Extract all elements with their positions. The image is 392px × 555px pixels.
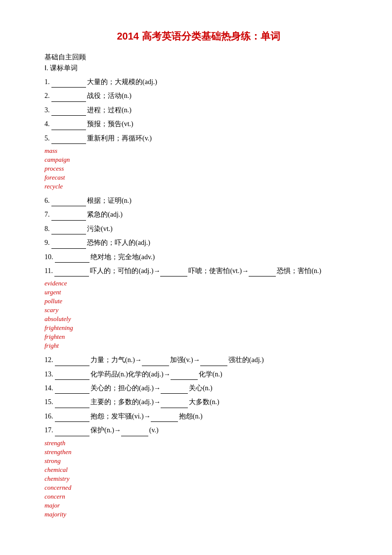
- answer-evidence: evidence: [44, 279, 352, 287]
- item-16-text: 抱怨；发牢骚(vi.)→: [90, 413, 151, 420]
- item-11-num: 11.: [44, 267, 54, 275]
- item-13-extra: 化学(n.): [199, 370, 222, 378]
- item-8-num: 8.: [44, 225, 51, 232]
- item-11-text: 吓人的；可怕的(adj.)→: [90, 267, 160, 275]
- item-2-num: 2.: [44, 92, 51, 99]
- item-15-text: 主要的；多数的(adj.)→: [90, 398, 161, 406]
- item-15-num: 15.: [44, 398, 55, 406]
- item-2-text: 战役；活动(n.): [87, 92, 131, 99]
- item-8: 8. 污染(vt.): [44, 224, 352, 234]
- answer-process: process: [44, 165, 352, 173]
- item-6-text: 根据；证明(n.): [87, 197, 131, 204]
- item-16-num: 16.: [44, 413, 55, 420]
- item-6-num: 6.: [44, 197, 51, 204]
- answer-recycle: recycle: [44, 183, 352, 190]
- answer-scary: scary: [44, 306, 352, 314]
- answer-frighten: frighten: [44, 333, 352, 341]
- item-16: 16. 抱怨；发牢骚(vi.)→抱怨(n.): [44, 411, 352, 422]
- item-4: 4. 预报；预告(vt.): [44, 119, 352, 130]
- answer-urgent: urgent: [44, 288, 352, 296]
- section-header: 基础自主回顾: [44, 53, 352, 62]
- answer-absolutely: absolutely: [44, 315, 352, 323]
- item-10: 10. 绝对地；完全地(adv.): [44, 252, 352, 263]
- item-10-text: 绝对地；完全地(adv.): [90, 253, 155, 261]
- item-14-extra: 关心(n.): [189, 384, 213, 392]
- item-9-num: 9.: [44, 239, 51, 246]
- item-7: 7. 紧急的(adj.): [44, 209, 352, 220]
- answers-group1: mass campaign process forecast recycle: [44, 147, 352, 190]
- answer-pollute: pollute: [44, 297, 352, 305]
- item-6: 6. 根据；证明(n.): [44, 195, 352, 206]
- item-15: 15. 主要的；多数的(adj.)→大多数(n.): [44, 397, 352, 408]
- page-title: 2014 高考英语分类基础热身练：单词: [44, 30, 352, 43]
- item-3: 3. 进程；过程(n.): [44, 105, 352, 116]
- item-12-extra: 加强(v.)→: [170, 356, 200, 364]
- item-7-text: 紧急的(adj.): [87, 211, 123, 218]
- item-7-num: 7.: [44, 211, 51, 218]
- item-12-text: 力量；力气(n.)→: [90, 356, 142, 364]
- answer-concern: concern: [44, 493, 352, 501]
- item-11-extra2: 恐惧；害怕(n.): [277, 267, 321, 275]
- item-5-num: 5.: [44, 135, 51, 142]
- answer-chemical: chemical: [44, 466, 352, 474]
- item-17-text: 保护(n.)→: [90, 426, 121, 434]
- answer-fright: fright: [44, 342, 352, 350]
- answer-forecast: forecast: [44, 174, 352, 182]
- item-12-num: 12.: [44, 356, 55, 364]
- answer-strength: strength: [44, 439, 352, 447]
- item-1-num: 1.: [44, 78, 51, 86]
- answer-mass: mass: [44, 147, 352, 155]
- item-15-extra: 大多数(n.): [189, 398, 219, 406]
- item-3-text: 进程；过程(n.): [87, 106, 131, 114]
- item-14-text: 关心的；担心的(adj.)→: [90, 384, 161, 392]
- answer-major: major: [44, 502, 352, 509]
- item-13-text: 化学药品(n.)化学的(adj.)→: [90, 370, 171, 378]
- answer-chemistry: chemistry: [44, 475, 352, 483]
- item-2: 2. 战役；活动(n.): [44, 91, 352, 101]
- item-5: 5. 重新利用；再循环(v.): [44, 133, 352, 144]
- answer-majority: majority: [44, 510, 352, 518]
- item-9: 9. 恐怖的；吓人的(adj.): [44, 237, 352, 248]
- item-5-text: 重新利用；再循环(v.): [87, 135, 152, 142]
- subsection-header: Ⅰ. 课标单词: [44, 64, 352, 73]
- answer-concerned: concerned: [44, 484, 352, 492]
- item-17-extra: (v.): [149, 426, 159, 434]
- item-13: 13. 化学药品(n.)化学的(adj.)→化学(n.): [44, 369, 352, 380]
- item-10-num: 10.: [44, 253, 55, 261]
- item-9-text: 恐怖的；吓人的(adj.): [87, 239, 150, 246]
- item-12: 12. 力量；力气(n.)→加强(v.)→强壮的(adj.): [44, 355, 352, 366]
- answer-strong: strong: [44, 457, 352, 465]
- answer-campaign: campaign: [44, 156, 352, 164]
- item-14: 14. 关心的；担心的(adj.)→关心(n.): [44, 383, 352, 394]
- item-13-num: 13.: [44, 370, 55, 378]
- item-1: 1. 大量的；大规模的(adj.): [44, 77, 352, 88]
- item-4-num: 4.: [44, 120, 51, 128]
- item-16-extra: 抱怨(n.): [179, 413, 203, 420]
- item-3-num: 3.: [44, 106, 51, 114]
- item-11-extra: 吓唬；使害怕(vt.)→: [188, 267, 249, 275]
- answer-frightening: frightening: [44, 324, 352, 332]
- item-1-text: 大量的；大规模的(adj.): [87, 78, 157, 86]
- answers-group2: evidence urgent pollute scary absolutely…: [44, 279, 352, 350]
- item-17: 17. 保护(n.)→(v.): [44, 425, 352, 436]
- item-14-num: 14.: [44, 384, 55, 392]
- answers-group3: strength strengthen strong chemical chem…: [44, 439, 352, 518]
- answer-strengthen: strengthen: [44, 448, 352, 456]
- item-8-text: 污染(vt.): [87, 225, 113, 232]
- item-4-text: 预报；预告(vt.): [87, 120, 133, 128]
- item-12-extra2: 强壮的(adj.): [228, 356, 264, 364]
- item-11: 11. 吓人的；可怕的(adj.)→吓唬；使害怕(vt.)→恐惧；害怕(n.): [44, 266, 352, 277]
- item-17-num: 17.: [44, 426, 55, 434]
